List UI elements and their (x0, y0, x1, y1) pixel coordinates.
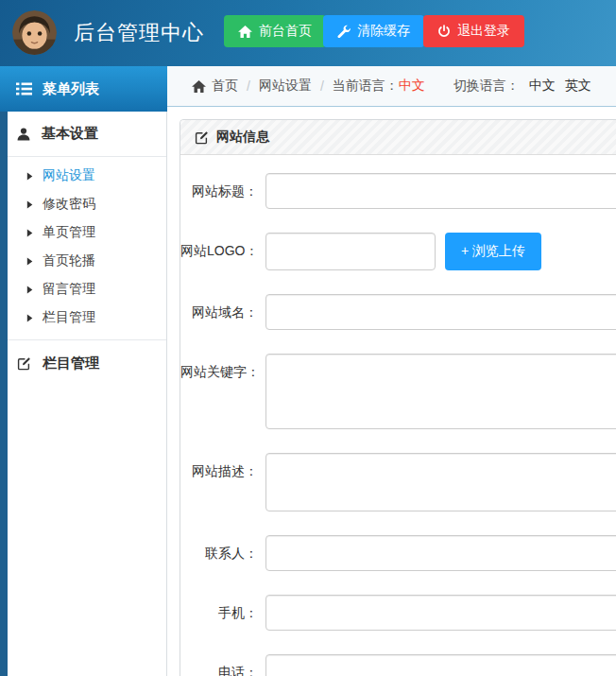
sidebar-menu: 基本设置网站设置修改密码单页管理首页轮播留言管理栏目管理栏目管理 (8, 112, 166, 676)
form-row: 网站关键字： (180, 354, 616, 429)
sidebar-item-修改密码[interactable]: 修改密码 (8, 190, 166, 218)
language-link-zh[interactable]: 中文 (529, 78, 556, 95)
field-control (265, 173, 616, 209)
text-input[interactable] (265, 535, 616, 571)
sidebar-item-label: 栏目管理 (43, 309, 95, 326)
home-icon (238, 26, 252, 38)
caret-right-icon (26, 229, 33, 237)
form-row: 网站描述： (180, 453, 616, 511)
sidebar-section-basic-settings[interactable]: 基本设置 (8, 112, 166, 157)
site-info-form: 网站标题：网站LOGO：+ 浏览上传网站域名：网站关键字：网站描述：联系人：手机… (180, 155, 616, 676)
caret-right-icon (26, 314, 33, 322)
field-label: 网站关键字： (180, 354, 258, 381)
edit-icon (17, 356, 31, 371)
caret-right-icon (26, 200, 33, 209)
field-label: 网站LOGO： (180, 233, 258, 260)
list-icon (16, 82, 32, 95)
sidebar-item-label: 留言管理 (43, 281, 95, 298)
submenu: 网站设置修改密码单页管理首页轮播留言管理栏目管理 (8, 157, 166, 340)
sidebar-item-label: 单页管理 (43, 224, 95, 241)
sidebar-item-label: 首页轮播 (43, 252, 95, 269)
field-label: 电话： (180, 654, 258, 676)
textarea-input[interactable] (265, 354, 616, 429)
browse-upload-button[interactable]: + 浏览上传 (445, 233, 541, 270)
section-label: 栏目管理 (43, 355, 99, 373)
caret-right-icon (26, 257, 33, 266)
logout-button[interactable]: 退出登录 (423, 15, 524, 47)
clear-cache-button[interactable]: 清除缓存 (323, 15, 424, 47)
sidebar-section-column-manage[interactable]: 栏目管理 (8, 340, 166, 386)
section-label: 基本设置 (42, 125, 98, 143)
edit-icon (195, 130, 209, 145)
button-label: 前台首页 (259, 23, 312, 40)
field-label: 手机： (180, 595, 258, 622)
logo-path-input[interactable] (265, 233, 436, 270)
wrench-icon (337, 25, 351, 38)
avatar-image (12, 10, 57, 55)
text-input[interactable] (265, 173, 616, 209)
field-control (265, 535, 616, 571)
caret-right-icon (26, 286, 33, 294)
breadcrumb-separator: / (320, 78, 324, 94)
sidebar: 菜单列表 基本设置网站设置修改密码单页管理首页轮播留言管理栏目管理栏目管理 (0, 66, 167, 676)
current-language-value[interactable]: 中文 (399, 78, 425, 95)
sidebar-item-网站设置[interactable]: 网站设置 (8, 162, 166, 190)
sidebar-item-label: 修改密码 (43, 196, 95, 213)
switch-language-label: 切换语言： (453, 78, 520, 95)
sidebar-item-单页管理[interactable]: 单页管理 (8, 218, 166, 247)
form-row: 网站域名： (180, 294, 616, 330)
sidebar-accent-strip (0, 66, 8, 676)
home-icon (192, 80, 206, 93)
admin-app: 后台管理中心 前台首页清除缓存退出登录 菜单列表 基本设置网站设置修改密码单页管… (0, 0, 616, 676)
button-label: 退出登录 (457, 23, 510, 40)
breadcrumb: 首页 / 网站设置 / 当前语言： 中文 切换语言： 中文 英文 (167, 66, 616, 107)
front-home-button[interactable]: 前台首页 (224, 15, 326, 47)
panel-header: 网站信息 (180, 120, 616, 155)
textarea-input[interactable] (265, 453, 616, 511)
main-content: 网站信息 网站标题：网站LOGO：+ 浏览上传网站域名：网站关键字：网站描述：联… (167, 107, 616, 676)
field-control (265, 354, 616, 429)
button-label: 清除缓存 (357, 23, 410, 40)
field-label: 网站标题： (180, 173, 258, 200)
field-control: + 浏览上传 (265, 233, 541, 270)
text-input[interactable] (265, 595, 616, 631)
field-label: 网站域名： (180, 294, 258, 321)
form-row: 联系人： (180, 535, 616, 571)
sidebar-item-留言管理[interactable]: 留言管理 (8, 275, 166, 303)
current-language-label: 当前语言： (333, 78, 399, 95)
site-info-panel: 网站信息 网站标题：网站LOGO：+ 浏览上传网站域名：网站关键字：网站描述：联… (180, 119, 616, 676)
field-label: 联系人： (180, 535, 258, 563)
caret-right-icon (26, 172, 33, 181)
menu-list-label: 菜单列表 (43, 80, 99, 98)
field-label: 网站描述： (180, 453, 258, 480)
breadcrumb-section: 网站设置 (259, 78, 312, 95)
sidebar-item-栏目管理[interactable]: 栏目管理 (8, 303, 166, 332)
user-icon (17, 128, 30, 141)
page-title: 后台管理中心 (74, 0, 204, 66)
power-icon (437, 25, 451, 38)
panel-title: 网站信息 (216, 129, 269, 146)
menu-list-header[interactable]: 菜单列表 (0, 66, 167, 112)
top-header: 后台管理中心 前台首页清除缓存退出登录 (0, 0, 616, 66)
sidebar-item-首页轮播[interactable]: 首页轮播 (8, 247, 166, 275)
breadcrumb-separator: / (247, 78, 250, 94)
field-control (265, 595, 616, 631)
avatar[interactable] (12, 10, 57, 55)
form-row: 手机： (180, 595, 616, 631)
breadcrumb-home[interactable]: 首页 (192, 78, 238, 95)
text-input[interactable] (265, 654, 616, 676)
sidebar-item-label: 网站设置 (43, 167, 95, 184)
field-control (265, 294, 616, 330)
form-row: 网站标题： (180, 173, 616, 209)
field-control (265, 453, 616, 511)
text-input[interactable] (265, 294, 616, 330)
field-control (265, 654, 616, 676)
form-row: 网站LOGO：+ 浏览上传 (180, 233, 616, 270)
form-row: 电话： (180, 654, 616, 676)
language-link-en[interactable]: 英文 (565, 78, 591, 95)
